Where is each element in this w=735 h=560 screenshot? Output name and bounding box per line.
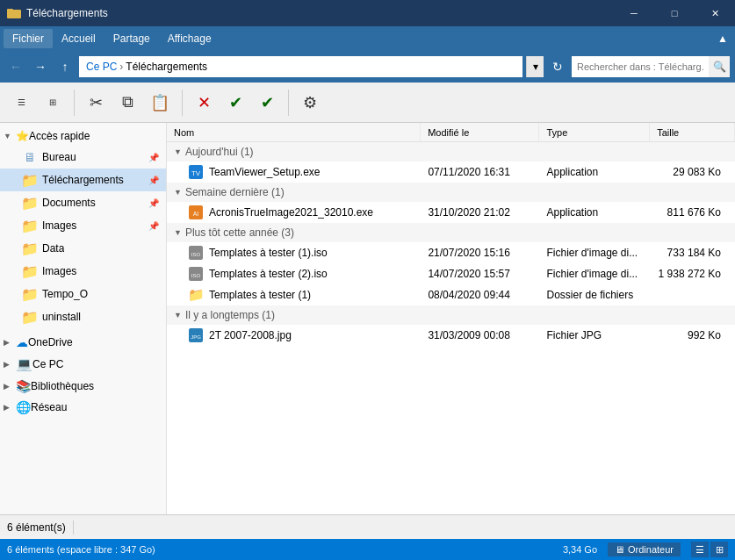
expand-arrow-ce-pc: ▶ [4, 360, 14, 369]
menu-affichage[interactable]: Affichage [159, 29, 220, 48]
expand-arrow-bibliotheques: ▶ [4, 382, 14, 391]
file-size-templates1: 733 184 Ko [650, 247, 735, 259]
file-list-header: Nom Modifié le Type Taille [167, 123, 735, 142]
file-modified-jpg: 31/03/2009 00:08 [421, 329, 539, 341]
search-input[interactable] [572, 56, 709, 77]
sidebar-item-tempo[interactable]: 📁 Tempo_O [0, 283, 166, 305]
view-grid-button[interactable]: ⊞ [710, 542, 728, 557]
delete-button[interactable]: ✕ [190, 85, 218, 120]
paste-button[interactable]: 📋 [145, 85, 175, 120]
address-breadcrumb[interactable]: Ce PC › Téléchargements [79, 56, 522, 77]
forward-button[interactable]: → [30, 56, 51, 77]
sidebar-item-images2[interactable]: 📁 Images [0, 260, 166, 283]
folder-title-icon [7, 6, 21, 20]
reseau-label: Réseau [31, 401, 67, 413]
col-header-size[interactable]: Taille [650, 123, 735, 141]
col-type-label: Type [546, 127, 567, 138]
rename-icon: ✔ [229, 93, 242, 112]
file-row-templates2[interactable]: ISO Templates à tester (2).iso 14/07/202… [167, 263, 735, 284]
sidebar-item-images[interactable]: 📁 Images 📌 [0, 214, 166, 237]
window-controls: ─ □ ✕ [614, 0, 735, 26]
sidebar-tempo-label: Tempo_O [42, 288, 88, 300]
details-icon: ☰ [18, 97, 25, 107]
up-button[interactable]: ↑ [54, 56, 76, 77]
breadcrumb-ce-pc[interactable]: Ce PC [86, 61, 117, 73]
svg-text:AI: AI [193, 211, 199, 217]
view-toggle-details[interactable]: ☰ [7, 85, 35, 120]
sidebar-telechargements-label: Téléchargements [42, 174, 124, 186]
file-modified-templates-folder: 08/04/2020 09:44 [421, 289, 539, 301]
file-type-templates1: Fichier d'image di... [540, 247, 651, 259]
view-toggle-icons[interactable]: ⊞ [39, 85, 67, 120]
folder-icon-templates: 📁 [188, 287, 204, 303]
sidebar-section-acces-rapide[interactable]: ▼ ⭐ Accès rapide [0, 126, 166, 146]
group-header-annee[interactable]: ▼ Plus tôt cette année (3) [167, 223, 735, 242]
copy-button[interactable]: ⧉ [113, 85, 141, 120]
menu-partage[interactable]: Partage [104, 29, 159, 48]
sidebar-item-uninstall[interactable]: 📁 uninstall [0, 305, 166, 328]
rename-button[interactable]: ✔ [221, 85, 249, 120]
folder-icon-data: 📁 [21, 240, 39, 257]
file-row-templates1[interactable]: ISO Templates à tester (1).iso 21/07/202… [167, 242, 735, 263]
sidebar-item-bureau[interactable]: 🖥 Bureau 📌 [0, 146, 166, 169]
file-name-templates2: ISO Templates à tester (2).iso [181, 266, 421, 282]
breadcrumb-telechargements[interactable]: Téléchargements [126, 61, 207, 73]
back-button[interactable]: ← [5, 56, 26, 77]
properties-icon: ⚙ [303, 93, 317, 112]
col-header-modified[interactable]: Modifié le [421, 123, 539, 141]
toolbar-separator-3 [288, 90, 289, 116]
menu-fichier[interactable]: Fichier [4, 29, 53, 48]
group-header-semaine[interactable]: ▼ Semaine dernière (1) [167, 183, 735, 202]
file-name-templates-folder: 📁 Templates à tester (1) [181, 287, 421, 303]
address-bar: ← → ↑ Ce PC › Téléchargements ▾ ↻ 🔍 [0, 51, 735, 83]
sidebar: ▼ ⭐ Accès rapide 🖥 Bureau 📌 📁 Télécharge… [0, 123, 167, 514]
file-row-acronis[interactable]: AI AcronisTrueImage2021_32010.exe 31/10/… [167, 202, 735, 223]
icons-icon: ⊞ [49, 97, 56, 107]
sidebar-item-data[interactable]: 📁 Data [0, 237, 166, 260]
sidebar-section-onedrive[interactable]: ▶ ☁ OneDrive [0, 332, 166, 353]
folder-icon-documents: 📁 [21, 194, 39, 212]
confirm-button[interactable]: ✔ [253, 85, 281, 120]
close-button[interactable]: ✕ [695, 0, 735, 26]
maximize-button[interactable]: □ [654, 0, 695, 26]
sidebar-section-ce-pc[interactable]: ▶ 💻 Ce PC [0, 353, 166, 376]
col-header-type[interactable]: Type [539, 123, 650, 141]
group-header-longtemps[interactable]: ▼ Il y a longtemps (1) [167, 305, 735, 325]
group-label-aujourdhui: Aujourd'hui (1) [185, 146, 254, 158]
status-separator [73, 521, 74, 535]
properties-button[interactable]: ⚙ [296, 85, 324, 120]
sidebar-item-documents[interactable]: 📁 Documents 📌 [0, 191, 166, 214]
computer-indicator: 🖥 Ordinateur [608, 542, 681, 556]
copy-icon: ⧉ [122, 93, 133, 111]
pin-icon: 📌 [148, 153, 159, 162]
cut-button[interactable]: ✂ [82, 85, 110, 120]
file-row-jpg[interactable]: JPG 2T 2007-2008.jpg 31/03/2009 00:08 Fi… [167, 325, 735, 346]
view-list-button[interactable]: ☰ [691, 542, 709, 557]
sidebar-section-reseau[interactable]: ▶ 🌐 Réseau [0, 397, 166, 418]
folder-icon-images2: 📁 [21, 262, 39, 280]
menu-expand-icon[interactable]: ▲ [714, 30, 731, 47]
address-dropdown-button[interactable]: ▾ [526, 56, 544, 77]
search-icon[interactable]: 🔍 [709, 56, 730, 77]
pin-icon-4: 📌 [148, 221, 159, 231]
minimize-button[interactable]: ─ [614, 0, 654, 26]
sidebar-bureau-label: Bureau [42, 151, 76, 163]
sidebar-item-telechargements[interactable]: 📁 Téléchargements 📌 [0, 169, 166, 191]
sidebar-section-bibliotheques[interactable]: ▶ 📚 Bibliothèques [0, 376, 166, 397]
expand-arrow-acces: ▼ [4, 132, 14, 140]
group-label-annee: Plus tôt cette année (3) [185, 226, 294, 239]
file-row-teamviewer[interactable]: TV TeamViewer_Setup.exe 07/11/2020 16:31… [167, 162, 735, 183]
folder-icon-images: 📁 [21, 217, 39, 234]
breadcrumb-sep-1: › [119, 61, 123, 73]
group-header-aujourdhui[interactable]: ▼ Aujourd'hui (1) [167, 142, 735, 162]
file-list: ▼ Aujourd'hui (1) TV TeamViewer_Setup.ex… [167, 142, 735, 514]
file-label-acronis: AcronisTrueImage2021_32010.exe [209, 206, 373, 219]
delete-icon: ✕ [198, 93, 211, 112]
file-row-templates-folder[interactable]: 📁 Templates à tester (1) 08/04/2020 09:4… [167, 284, 735, 305]
menu-bar: Fichier Accueil Partage Affichage ▲ [0, 26, 735, 51]
refresh-button[interactable]: ↻ [547, 56, 568, 77]
col-header-name[interactable]: Nom [167, 123, 421, 141]
menu-accueil[interactable]: Accueil [53, 29, 104, 48]
file-size-acronis: 811 676 Ko [650, 206, 735, 219]
file-name-acronis: AI AcronisTrueImage2021_32010.exe [181, 205, 421, 220]
